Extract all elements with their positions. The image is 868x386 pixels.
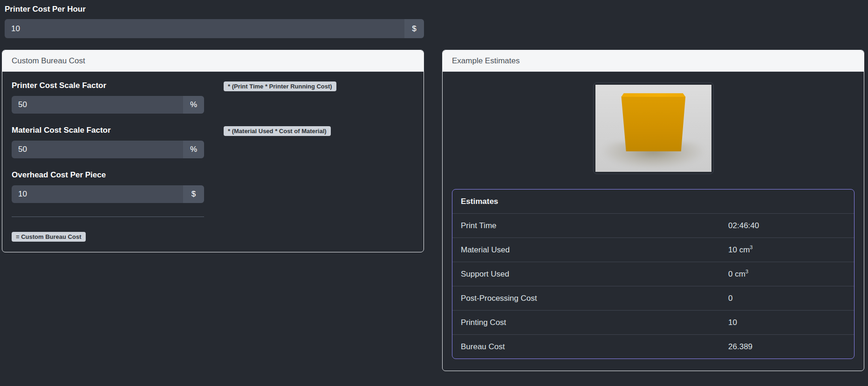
model-preview-frame — [593, 82, 714, 174]
overhead-cost-per-piece-input-group: $ — [12, 185, 204, 203]
custom-bureau-cost-card: Custom Bureau Cost Printer Cost Scale Fa… — [2, 50, 424, 252]
material-cost-scale-factor-field: Material Cost Scale Factor % — [12, 126, 224, 170]
custom-bureau-cost-card-body: Printer Cost Scale Factor % * (Print Tim… — [2, 72, 424, 252]
superscript: 3 — [750, 244, 752, 250]
cards-row: Custom Bureau Cost Printer Cost Scale Fa… — [2, 50, 868, 371]
estimates-table: Estimates Print Time 02:46:40 Material U… — [452, 189, 854, 359]
table-row-post-processing-cost: Post-Processing Cost 0 — [452, 286, 854, 310]
row-value: 0 — [728, 294, 846, 303]
printer-cost-per-hour-label: Printer Cost Per Hour — [5, 5, 868, 14]
row-value: 26.389 — [728, 342, 846, 351]
fields-divider — [12, 217, 204, 217]
printer-cost-per-hour-section: Printer Cost Per Hour $ — [0, 0, 868, 38]
example-estimates-card: Example Estimates Estimates Print Time 0… — [442, 50, 864, 371]
percent-addon: % — [183, 96, 204, 114]
row-label: Post-Processing Cost — [461, 294, 728, 303]
row-label: Print Time — [461, 221, 728, 230]
dollar-addon: $ — [404, 19, 424, 38]
overhead-cost-per-piece-field: Overhead Cost Per Piece $ — [12, 170, 224, 215]
superscript: 3 — [745, 269, 748, 274]
printer-cost-scale-factor-input-group: % — [12, 96, 204, 114]
dollar-addon: $ — [183, 185, 204, 203]
overhead-cost-per-piece-input[interactable] — [12, 185, 183, 203]
custom-bureau-cost-card-title: Custom Bureau Cost — [2, 50, 424, 72]
table-row-bureau-cost: Bureau Cost 26.389 — [452, 334, 854, 359]
percent-addon: % — [183, 141, 204, 158]
overhead-cost-per-piece-label: Overhead Cost Per Piece — [12, 170, 224, 179]
row-label: Printing Cost — [461, 318, 728, 327]
material-cost-formula-cell: * (Material Used * Cost of Material) — [224, 126, 414, 170]
table-row-print-time: Print Time 02:46:40 — [452, 213, 854, 237]
printer-cost-scale-factor-label: Printer Cost Scale Factor — [12, 81, 224, 90]
printer-cost-formula-cell: * (Print Time * Printer Running Cost) — [224, 81, 414, 126]
row-label: Material Used — [461, 245, 728, 254]
yellow-cube-render-image — [595, 85, 711, 172]
row-value: 02:46:40 — [728, 221, 846, 230]
printer-cost-per-hour-input[interactable] — [5, 19, 404, 38]
row-value: 0 cm3 — [728, 270, 846, 278]
example-estimates-card-body: Estimates Print Time 02:46:40 Material U… — [443, 72, 864, 371]
custom-bureau-cost-result-badge: = Custom Bureau Cost — [12, 232, 86, 242]
printer-cost-scale-factor-field: Printer Cost Scale Factor % — [12, 81, 224, 126]
table-row-material-used: Material Used 10 cm3 — [452, 237, 854, 262]
estimates-table-header-row: Estimates — [452, 190, 854, 213]
material-cost-scale-factor-label: Material Cost Scale Factor — [12, 126, 224, 135]
material-cost-scale-factor-input[interactable] — [12, 141, 183, 158]
example-estimates-card-title: Example Estimates — [443, 50, 864, 72]
printer-cost-formula-badge: * (Print Time * Printer Running Cost) — [224, 81, 336, 91]
row-label: Support Used — [461, 270, 728, 278]
table-row-support-used: Support Used 0 cm3 — [452, 262, 854, 286]
row-label: Bureau Cost — [461, 342, 728, 351]
printer-cost-per-hour-input-group: $ — [5, 19, 424, 38]
table-row-printing-cost: Printing Cost 10 — [452, 310, 854, 334]
row-value: 10 — [728, 318, 846, 327]
material-cost-formula-badge: * (Material Used * Cost of Material) — [224, 126, 331, 136]
row-value: 10 cm3 — [728, 245, 846, 254]
printer-cost-scale-factor-input[interactable] — [12, 96, 183, 114]
result-badge-wrap: = Custom Bureau Cost — [12, 232, 414, 242]
material-cost-scale-factor-input-group: % — [12, 141, 204, 158]
estimates-table-header: Estimates — [461, 197, 728, 206]
